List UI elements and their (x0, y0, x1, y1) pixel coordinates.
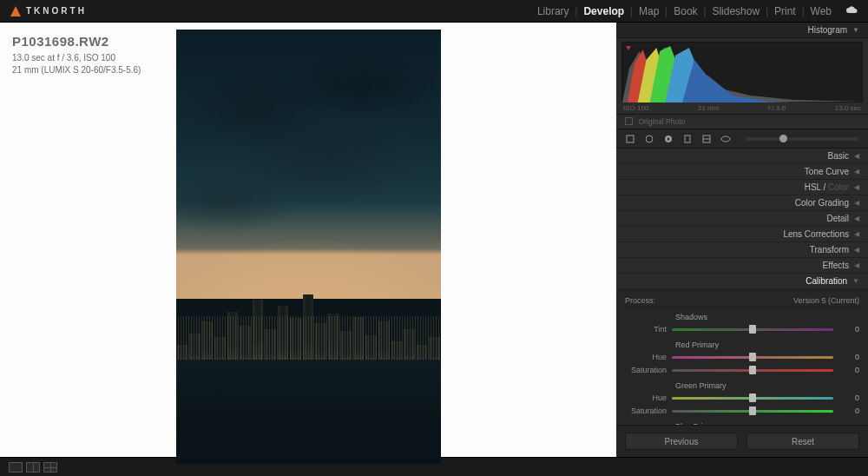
slider-red-primary-saturation[interactable]: Saturation0 (625, 364, 859, 376)
section-header-transform[interactable]: Transform◀ (616, 242, 868, 258)
section-header-color-grading[interactable]: Color Grading◀ (616, 195, 868, 211)
svg-marker-1 (626, 46, 631, 50)
slider-track[interactable] (672, 356, 833, 359)
chevron-left-icon: ◀ (854, 215, 859, 222)
svg-rect-2 (627, 136, 634, 142)
group-title: Shadows (675, 313, 859, 321)
top-bar: TKNORTH Library|Develop|Map|Book|Slidesh… (0, 0, 868, 23)
image-lens: 21 mm (LUMIX S 20-60/F3.5-5.6) (12, 64, 141, 76)
crop-icon[interactable] (625, 134, 635, 144)
slider-value: 0 (833, 325, 859, 334)
gradient-icon[interactable] (701, 134, 712, 144)
module-tab-print[interactable]: Print (769, 5, 801, 17)
main-area: P1031698.RW2 13.0 sec at f / 3.6, ISO 10… (0, 23, 868, 457)
section-header-tone-curve[interactable]: Tone Curve◀ (616, 164, 868, 180)
slider-red-primary-hue[interactable]: Hue0 (625, 351, 859, 363)
svg-point-3 (646, 136, 653, 142)
module-tab-library[interactable]: Library (532, 5, 575, 17)
slider-knob[interactable] (749, 407, 756, 415)
hist-label-focal: 21 mm (698, 104, 719, 112)
histogram-svg (622, 43, 862, 102)
slider-value: 0 (833, 353, 859, 361)
chevron-left-icon: ◀ (854, 183, 859, 191)
brand-text: TKNORTH (26, 6, 87, 16)
redeye-icon[interactable] (663, 134, 674, 144)
section-header-effects[interactable]: Effects◀ (616, 258, 868, 274)
mask-icon[interactable] (682, 134, 693, 144)
svg-point-9 (721, 136, 730, 142)
slider-green-primary-saturation[interactable]: Saturation0 (625, 405, 859, 417)
hist-label-iso: ISO 100 (623, 104, 648, 112)
image-exposure: 13.0 sec at f / 3.6, ISO 100 (12, 52, 141, 64)
slider-track[interactable] (672, 328, 833, 331)
reset-button[interactable]: Reset (746, 433, 859, 450)
hist-label-shutter: 13.0 sec (835, 104, 861, 112)
loupe-view-icon[interactable] (9, 462, 23, 473)
histogram-header[interactable]: Histogram ▼ (616, 23, 868, 38)
svg-rect-6 (685, 136, 690, 142)
original-photo-checkbox[interactable]: Original Photo (616, 114, 868, 129)
module-tab-develop[interactable]: Develop (578, 5, 629, 17)
process-row[interactable]: Process:Version 5 (Current) (625, 293, 859, 307)
preview-image[interactable] (176, 30, 441, 464)
section-header-lens-corrections[interactable]: Lens Corrections◀ (616, 227, 868, 242)
original-photo-label: Original Photo (638, 117, 685, 126)
chevron-left-icon: ◀ (854, 152, 859, 160)
histogram-title: Histogram (808, 25, 848, 35)
tool-size-slider[interactable] (745, 137, 859, 141)
image-filename: P1031698.RW2 (12, 33, 141, 50)
chevron-left-icon: ◀ (854, 246, 859, 254)
section-header-detail[interactable]: Detail◀ (616, 211, 868, 227)
slider-value: 0 (833, 407, 859, 415)
module-tab-slideshow[interactable]: Slideshow (707, 5, 765, 17)
tool-strip (616, 129, 868, 149)
slider-track[interactable] (672, 397, 833, 400)
develop-panel: Histogram ▼ ISO 100 21 mm f / 3.6 13. (616, 23, 868, 457)
slider-track[interactable] (672, 369, 833, 372)
slider-label: Tint (625, 325, 672, 334)
panel-sections: Basic◀Tone Curve◀HSL / Color◀Color Gradi… (616, 149, 868, 425)
slider-label: Hue (625, 393, 672, 402)
section-header-calibration[interactable]: Calibration▼ (616, 274, 868, 289)
hist-label-aperture: f / 3.6 (768, 104, 786, 112)
slider-knob[interactable] (749, 393, 756, 402)
image-metadata: P1031698.RW2 13.0 sec at f / 3.6, ISO 10… (12, 33, 141, 76)
slider-shadows-tint[interactable]: Tint0 (625, 323, 859, 335)
slider-value: 0 (833, 393, 859, 402)
spot-removal-icon[interactable] (644, 134, 654, 144)
survey-view-icon[interactable] (43, 462, 57, 473)
chevron-left-icon: ◀ (854, 199, 859, 207)
histogram-plot[interactable] (621, 42, 863, 102)
slider-knob[interactable] (749, 366, 756, 374)
cloud-sync-icon[interactable] (845, 5, 858, 17)
slider-green-primary-hue[interactable]: Hue0 (625, 392, 859, 404)
slider-track[interactable] (672, 410, 833, 413)
slider-label: Hue (625, 353, 672, 361)
slider-value: 0 (833, 366, 859, 374)
slider-knob[interactable] (749, 353, 756, 361)
slider-label: Saturation (625, 407, 672, 415)
section-header-basic[interactable]: Basic◀ (616, 149, 868, 164)
group-title: Red Primary (675, 340, 859, 349)
brand-logo: TKNORTH (10, 6, 87, 17)
module-tab-map[interactable]: Map (634, 5, 664, 17)
chevron-left-icon: ◀ (854, 168, 859, 175)
svg-marker-0 (10, 6, 21, 17)
module-tab-book[interactable]: Book (668, 5, 702, 17)
chevron-left-icon: ◀ (854, 261, 859, 269)
radial-icon[interactable] (720, 134, 731, 144)
module-tab-web[interactable]: Web (806, 5, 837, 17)
histogram-labels: ISO 100 21 mm f / 3.6 13.0 sec (616, 104, 868, 114)
chevron-left-icon: ◀ (854, 230, 859, 238)
image-canvas[interactable]: P1031698.RW2 13.0 sec at f / 3.6, ISO 10… (0, 23, 616, 457)
slider-knob[interactable] (749, 325, 756, 334)
svg-point-5 (667, 137, 670, 140)
compare-view-icon[interactable] (26, 462, 40, 473)
module-picker: Library|Develop|Map|Book|Slideshow|Print… (532, 5, 858, 17)
previous-button[interactable]: Previous (625, 433, 738, 450)
slider-label: Saturation (625, 366, 672, 374)
panel-footer: Previous Reset (616, 425, 868, 457)
chevron-down-icon: ▼ (852, 26, 859, 34)
chevron-down-icon: ▼ (852, 277, 859, 285)
section-header-hsl-color[interactable]: HSL / Color◀ (616, 180, 868, 195)
